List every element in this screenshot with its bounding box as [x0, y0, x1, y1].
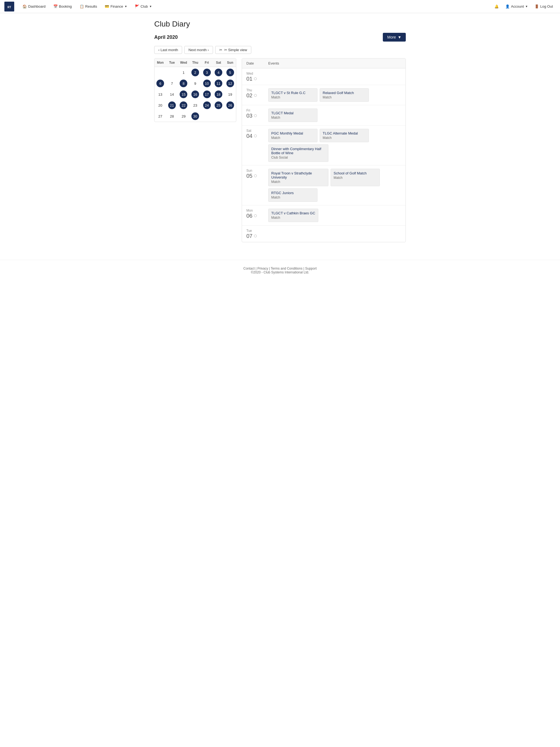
cal-day[interactable]: 26: [224, 100, 236, 111]
cal-header-wed: Wed: [178, 58, 189, 67]
event-card[interactable]: Relaxed Golf MatchMatch: [320, 88, 369, 102]
event-rows: Wed01Thu02TLGCT v St Rule G.CMatchRelaxe…: [242, 68, 406, 242]
cal-day[interactable]: 4: [213, 67, 225, 78]
cal-day[interactable]: 28: [166, 111, 178, 122]
footer-contact-link[interactable]: Contact: [244, 266, 255, 271]
cal-day[interactable]: 24: [201, 100, 213, 111]
cal-day[interactable]: 19: [224, 89, 236, 100]
event-card-title: TLGCT v Cathkin Braes GC: [271, 211, 315, 215]
cal-header-sat: Sat: [213, 58, 225, 67]
cal-day[interactable]: 23: [189, 100, 201, 111]
cal-day[interactable]: 3: [201, 67, 213, 78]
event-card[interactable]: PGC Monthly MedalMatch: [268, 129, 317, 142]
cal-day[interactable]: 27: [154, 111, 166, 122]
calendar: MonTueWedThuFriSatSun 123456789101112131…: [154, 58, 236, 122]
notification-icon: 🔔: [494, 4, 499, 8]
calendar-grid: MonTueWedThuFriSatSun 123456789101112131…: [154, 58, 236, 122]
cal-day[interactable]: 14: [166, 89, 178, 100]
event-card-title: TLGC Alternate Medal: [323, 131, 366, 135]
account-button[interactable]: 👤 Account ▼: [503, 0, 531, 13]
cal-day[interactable]: 30: [189, 111, 201, 122]
account-dropdown-arrow: ▼: [525, 5, 528, 8]
cal-day[interactable]: 6: [154, 78, 166, 89]
event-card[interactable]: TLGCT v St Rule G.CMatch: [268, 88, 317, 102]
nav-dashboard[interactable]: 🏠 Dashboard: [19, 0, 50, 13]
cal-day[interactable]: 10: [201, 78, 213, 89]
simple-view-button[interactable]: ✂ ✂ Simple view: [215, 46, 251, 54]
date-dot: [254, 94, 257, 97]
day-name-label: Sat: [246, 129, 251, 133]
day-number-label: 06: [246, 213, 252, 218]
logout-button[interactable]: 🚪 Log Out: [532, 0, 556, 13]
svg-text:RT: RT: [7, 6, 11, 9]
date-column: Tue07: [246, 229, 268, 239]
logo: RT: [4, 2, 14, 11]
events-column: PGC Monthly MedalMatchTLGC Alternate Med…: [268, 129, 401, 162]
cal-day[interactable]: 16: [189, 89, 201, 100]
cal-day[interactable]: 25: [213, 100, 225, 111]
footer: Contact | Privacy | Terms and Conditions…: [0, 260, 560, 281]
cal-day[interactable]: 18: [213, 89, 225, 100]
nav-booking[interactable]: 📅 Booking: [50, 0, 76, 13]
cal-day: [201, 111, 213, 122]
cal-day[interactable]: 11: [213, 78, 225, 89]
cal-day[interactable]: 7: [166, 78, 178, 89]
next-month-button[interactable]: Next month ›: [184, 46, 213, 54]
cal-day[interactable]: 15: [178, 89, 189, 100]
more-button[interactable]: More ▼: [383, 33, 406, 42]
logout-icon: 🚪: [535, 4, 539, 8]
day-number-label: 03: [246, 113, 252, 119]
day-name-label: Sun: [246, 169, 252, 173]
cal-day[interactable]: 8: [178, 78, 189, 89]
cal-day[interactable]: 2: [189, 67, 201, 78]
month-title: April 2020: [154, 34, 178, 40]
footer-terms-link[interactable]: Terms and Conditions: [271, 266, 302, 271]
event-table-row: Mon06TLGCT v Cathkin Braes GCMatch: [242, 205, 406, 226]
month-header: April 2020 More ▼: [154, 33, 406, 42]
event-card[interactable]: TLGCT MedalMatch: [268, 108, 317, 122]
page-content: Club Diary April 2020 More ▼ ‹ Last mont…: [149, 13, 411, 249]
nav-items: 🏠 Dashboard 📅 Booking 📋 Results 💳 Financ…: [19, 0, 492, 13]
cal-day[interactable]: 22: [178, 100, 189, 111]
event-card-title: Dinner with Complimentary Half Bottle of…: [271, 147, 325, 155]
event-card[interactable]: Royal Troon v Strathclyde UniversityMatc…: [268, 169, 328, 186]
nav-finance[interactable]: 💳 Finance ▼: [101, 0, 131, 13]
event-card[interactable]: TLGCT v Cathkin Braes GCMatch: [268, 209, 318, 222]
club-icon: 🚩: [135, 4, 139, 8]
cal-day[interactable]: 20: [154, 100, 166, 111]
cal-day[interactable]: 1: [178, 67, 189, 78]
more-dropdown-arrow: ▼: [398, 35, 401, 40]
event-card[interactable]: RTGC JuniorsMatch: [268, 188, 317, 202]
event-table-row: Fri03TLGCT MedalMatch: [242, 105, 406, 126]
notification-button[interactable]: 🔔: [492, 0, 502, 13]
date-dot: [254, 114, 257, 117]
cal-day[interactable]: 13: [154, 89, 166, 100]
account-icon: 👤: [505, 4, 510, 8]
event-card-type: Club Social: [271, 156, 325, 159]
event-card[interactable]: School of Golf MatchMatch: [331, 169, 380, 186]
event-table-row: Sat04PGC Monthly MedalMatchTLGC Alternat…: [242, 126, 406, 165]
footer-support-link[interactable]: Support: [305, 266, 316, 271]
day-number-label: 05: [246, 173, 252, 179]
event-card[interactable]: Dinner with Complimentary Half Bottle of…: [268, 145, 328, 162]
event-card[interactable]: TLGC Alternate MedalMatch: [320, 129, 369, 142]
cal-day[interactable]: 9: [189, 78, 201, 89]
nav-results[interactable]: 📋 Results: [76, 0, 101, 13]
cal-day[interactable]: 17: [201, 89, 213, 100]
event-table-header: Date Events: [242, 58, 406, 68]
last-month-button[interactable]: ‹ Last month: [154, 46, 182, 54]
cal-week-row: 27282930: [154, 111, 236, 122]
cal-day[interactable]: 29: [178, 111, 189, 122]
date-column: Sun05: [246, 169, 268, 179]
event-card-title: PGC Monthly Medal: [271, 131, 314, 135]
day-name-label: Tue: [246, 229, 252, 233]
nav-club[interactable]: 🚩 Club ▼: [131, 0, 156, 13]
cal-day[interactable]: 21: [166, 100, 178, 111]
date-dot: [254, 77, 257, 80]
cal-day[interactable]: 12: [224, 78, 236, 89]
footer-privacy-link[interactable]: Privacy: [257, 266, 268, 271]
cal-day[interactable]: 5: [224, 67, 236, 78]
club-dropdown-arrow: ▼: [149, 5, 152, 8]
day-name-label: Mon: [246, 209, 253, 212]
main-nav: RT 🏠 Dashboard 📅 Booking 📋 Results 💳 Fin…: [0, 0, 560, 13]
